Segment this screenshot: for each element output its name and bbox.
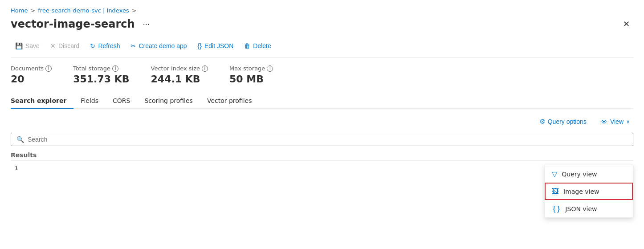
stats-row: Documents i 20 Total storage i 351.73 KB… (11, 65, 633, 85)
tab-cors[interactable]: CORS (106, 94, 137, 109)
braces-icon: {} (552, 204, 561, 213)
breadcrumb-service[interactable]: free-search-demo-svc | Indexes (38, 7, 129, 14)
dropdown-item-json-view[interactable]: {} JSON view (545, 200, 633, 217)
stat-max-storage: Max storage i 50 MB (229, 65, 273, 85)
title-left: vector-image-search ··· (11, 18, 152, 30)
results-label: Results (11, 151, 633, 159)
toolbar: 💾 Save ✕ Discard ↻ Refresh ✂ Create demo… (11, 40, 633, 58)
dropdown-json-view-label: JSON view (565, 205, 597, 212)
max-storage-info-icon[interactable]: i (267, 65, 273, 72)
stat-documents-value: 20 (11, 73, 52, 85)
create-demo-icon: ✂ (130, 42, 136, 49)
tab-vector-profiles[interactable]: Vector profiles (200, 94, 259, 109)
breadcrumb-sep1: > (30, 7, 35, 14)
edit-json-icon: {} (198, 42, 202, 49)
vector-index-info-icon[interactable]: i (202, 65, 208, 72)
dropdown-item-query-view[interactable]: ▽ Query view (545, 165, 633, 183)
stat-vector-index-label: Vector index size i (151, 65, 208, 72)
discard-icon: ✕ (50, 42, 56, 49)
discard-label: Discard (58, 42, 79, 49)
query-options-button[interactable]: ⚙ Query options (536, 116, 590, 127)
query-toolbar-row: ⚙ Query options 👁 View ∨ (11, 116, 633, 127)
tabs: Search explorer Fields CORS Scoring prof… (11, 94, 633, 109)
stat-vector-index: Vector index size i 244.1 KB (151, 65, 208, 85)
create-demo-button[interactable]: ✂ Create demo app (126, 40, 191, 52)
documents-info-icon[interactable]: i (45, 65, 52, 72)
chevron-down-icon: ∨ (626, 119, 630, 125)
close-button[interactable]: ✕ (620, 17, 633, 31)
title-row: vector-image-search ··· ✕ (11, 17, 633, 31)
dropdown-query-view-label: Query view (562, 171, 597, 178)
delete-icon: 🗑 (244, 42, 250, 49)
dropdown-image-view-label: Image view (563, 188, 599, 195)
funnel-icon: ▽ (552, 170, 557, 178)
stat-documents: Documents i 20 (11, 65, 52, 85)
edit-json-label: Edit JSON (204, 42, 233, 49)
page-title: vector-image-search (11, 18, 135, 30)
view-dropdown-menu: ▽ Query view 🖼 Image view {} JSON view (544, 165, 633, 218)
tab-search-explorer[interactable]: Search explorer (11, 94, 73, 109)
stat-documents-label: Documents i (11, 65, 52, 72)
tab-scoring-profiles[interactable]: Scoring profiles (137, 94, 200, 109)
query-options-icon: ⚙ (539, 118, 545, 126)
stat-max-storage-label: Max storage i (229, 65, 273, 72)
stat-total-storage-value: 351.73 KB (73, 73, 129, 85)
discard-button[interactable]: ✕ Discard (46, 40, 84, 52)
delete-label: Delete (253, 42, 271, 49)
refresh-icon: ↻ (90, 42, 95, 49)
results-section: Results 1 (11, 151, 633, 175)
breadcrumb-home[interactable]: Home (11, 7, 28, 14)
row-number: 1 (11, 161, 29, 176)
results-table: 1 (11, 160, 633, 175)
image-icon: 🖼 (552, 187, 559, 196)
save-label: Save (25, 42, 40, 49)
stat-total-storage: Total storage i 351.73 KB (73, 65, 129, 85)
table-row: 1 (11, 161, 633, 176)
tab-fields[interactable]: Fields (73, 94, 106, 109)
save-button[interactable]: 💾 Save (11, 40, 44, 52)
breadcrumb-sep2: > (132, 7, 137, 14)
search-input-container: 🔍 (11, 133, 633, 146)
refresh-button[interactable]: ↻ Refresh (86, 40, 124, 52)
view-icon: 👁 (601, 118, 607, 126)
view-button[interactable]: 👁 View ∨ (597, 116, 633, 127)
search-icon: 🔍 (16, 136, 24, 143)
page-container: Home > free-search-demo-svc | Indexes > … (0, 0, 644, 182)
create-demo-label: Create demo app (139, 42, 187, 49)
row-content (29, 161, 633, 176)
refresh-label: Refresh (98, 42, 120, 49)
query-options-label: Query options (548, 118, 587, 125)
stat-max-storage-value: 50 MB (229, 73, 273, 85)
save-icon: 💾 (15, 42, 23, 49)
view-label: View (610, 118, 624, 125)
edit-json-button[interactable]: {} Edit JSON (193, 40, 238, 52)
breadcrumb: Home > free-search-demo-svc | Indexes > (11, 7, 633, 14)
stat-total-storage-label: Total storage i (73, 65, 129, 72)
dropdown-item-image-view[interactable]: 🖼 Image view (545, 183, 633, 200)
ellipsis-button[interactable]: ··· (140, 19, 152, 30)
stat-vector-index-value: 244.1 KB (151, 73, 208, 85)
search-input[interactable] (28, 136, 628, 143)
total-storage-info-icon[interactable]: i (112, 65, 118, 72)
delete-button[interactable]: 🗑 Delete (240, 40, 275, 52)
